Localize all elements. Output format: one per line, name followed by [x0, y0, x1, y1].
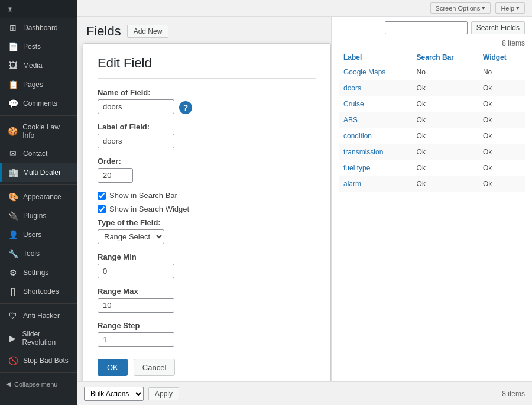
- screen-options-arrow-icon: ▾: [482, 4, 485, 12]
- search-fields-button[interactable]: Search Fields: [471, 21, 525, 34]
- show-search-bar-group: Show in Search Bar: [98, 191, 316, 200]
- help-label: Help: [501, 5, 514, 12]
- col-label[interactable]: Label: [339, 51, 412, 64]
- cancel-button[interactable]: Cancel: [134, 359, 175, 376]
- sidebar-item-posts[interactable]: 📄 Posts: [0, 37, 77, 56]
- sidebar-item-tools[interactable]: 🔧 Tools: [0, 244, 77, 263]
- collapse-icon: ◀: [6, 380, 11, 388]
- order-field-label: Order:: [98, 157, 316, 166]
- sidebar-label-dashboard: Dashboard: [23, 24, 58, 32]
- add-new-button[interactable]: Add New: [127, 25, 169, 38]
- sidebar-item-slider-revolution[interactable]: ▶ Slider Revolution: [0, 325, 77, 351]
- sidebar-label-multi-dealer: Multi Dealer: [23, 169, 61, 177]
- sidebar-item-contact[interactable]: ✉ Contact: [0, 144, 77, 163]
- help-button[interactable]: Help ▾: [495, 2, 525, 14]
- search-fields-input[interactable]: [385, 21, 468, 34]
- sidebar-item-shortcodes[interactable]: [] Shortcodes: [0, 282, 77, 301]
- sidebar-label-contact: Contact: [23, 150, 47, 158]
- table-row: transmission Ok Ok: [339, 144, 525, 160]
- col-search-bar[interactable]: Search Bar: [412, 51, 478, 64]
- sidebar-sep-1: [0, 115, 77, 116]
- sidebar-item-multi-dealer[interactable]: 🏢 Multi Dealer: [0, 163, 77, 182]
- stop-bots-icon: 🚫: [8, 356, 18, 365]
- range-min-label: Range Min: [98, 252, 316, 261]
- left-panel: Fields Add New Edit Field Name of Field:…: [77, 17, 331, 381]
- bottom-bar: Bulk Actions Apply 8 items: [77, 381, 532, 405]
- show-search-bar-checkbox[interactable]: [98, 192, 106, 200]
- settings-icon: ⚙: [8, 268, 18, 277]
- cell-label[interactable]: transmission: [339, 144, 412, 160]
- sidebar-label-settings: Settings: [23, 268, 48, 277]
- label-field-label: Label of Field:: [98, 122, 316, 131]
- modal-footer: OK Cancel: [98, 359, 316, 376]
- cell-label[interactable]: alarm: [339, 176, 412, 192]
- cell-widget: Ok: [478, 80, 525, 96]
- anti-hacker-icon: 🛡: [8, 311, 18, 320]
- sidebar-label-media: Media: [23, 61, 43, 70]
- order-field-input[interactable]: [98, 168, 133, 183]
- sidebar-item-appearance[interactable]: 🎨 Appearance: [0, 187, 77, 206]
- cell-label[interactable]: condition: [339, 128, 412, 144]
- sidebar-label-comments: Comments: [23, 99, 57, 108]
- cell-label[interactable]: fuel type: [339, 160, 412, 176]
- range-step-label: Range Step: [98, 321, 316, 330]
- help-arrow-icon: ▾: [516, 4, 520, 12]
- wp-icon: ⊞: [7, 5, 13, 13]
- appearance-icon: 🎨: [8, 192, 18, 202]
- apply-button[interactable]: Apply: [148, 387, 179, 400]
- dashboard-icon: ⊞: [8, 23, 18, 33]
- show-widget-checkbox[interactable]: [98, 205, 106, 213]
- cell-label[interactable]: ABS: [339, 112, 412, 128]
- screen-options-label: Screen Options: [436, 5, 481, 12]
- type-field-group: Type of the Field: Text Select Range Sel…: [98, 218, 316, 244]
- sidebar: ⊞ ⊞ Dashboard 📄 Posts 🖼 Media 📋 Pages 💬 …: [0, 0, 77, 405]
- sidebar-item-comments[interactable]: 💬 Comments: [0, 94, 77, 113]
- table-row: condition Ok Ok: [339, 128, 525, 144]
- range-max-input[interactable]: [98, 298, 174, 313]
- cell-label[interactable]: Cruise: [339, 96, 412, 112]
- name-field-input[interactable]: [98, 99, 174, 114]
- cell-label[interactable]: doors: [339, 80, 412, 96]
- sidebar-item-plugins[interactable]: 🔌 Plugins: [0, 206, 77, 225]
- sidebar-item-pages[interactable]: 📋 Pages: [0, 75, 77, 94]
- edit-field-modal: Edit Field Name of Field: ? Label of Fie…: [83, 43, 331, 381]
- sidebar-item-settings[interactable]: ⚙ Settings: [0, 263, 77, 282]
- comments-icon: 💬: [8, 99, 18, 108]
- cell-search-bar: Ok: [412, 128, 478, 144]
- sidebar-item-stop-bad-bots[interactable]: 🚫 Stop Bad Bots: [0, 351, 77, 370]
- sidebar-item-anti-hacker[interactable]: 🛡 Anti Hacker: [0, 306, 77, 325]
- label-field-group: Label of Field:: [98, 122, 316, 148]
- range-min-input[interactable]: [98, 264, 174, 278]
- page-title: Fields: [86, 24, 121, 39]
- slider-icon: ▶: [8, 333, 17, 343]
- range-step-input[interactable]: [98, 332, 174, 347]
- cell-widget: Ok: [478, 112, 525, 128]
- sidebar-item-cookie[interactable]: 🍪 Cookie Law Info: [0, 118, 77, 144]
- wp-logo: ⊞: [0, 0, 77, 18]
- col-widget[interactable]: Widget: [478, 51, 525, 64]
- modal-title: Edit Field: [98, 56, 316, 79]
- sidebar-item-collapse[interactable]: ◀ Collapse menu: [0, 375, 77, 393]
- sidebar-item-dashboard[interactable]: ⊞ Dashboard: [0, 18, 77, 37]
- fields-table-body: Google Maps No No doors Ok Ok Cruise Ok …: [339, 64, 525, 192]
- sidebar-label-slider: Slider Revolution: [22, 330, 71, 346]
- sidebar-item-users[interactable]: 👤 Users: [0, 225, 77, 244]
- name-row: Name of Field: ?: [98, 88, 316, 114]
- plugins-icon: 🔌: [8, 211, 18, 221]
- sidebar-label-pages: Pages: [23, 80, 43, 89]
- sidebar-label-anti-hacker: Anti Hacker: [23, 312, 60, 320]
- ok-button[interactable]: OK: [98, 359, 128, 376]
- contact-icon: ✉: [8, 149, 18, 158]
- type-field-select[interactable]: Text Select Range Select Checkbox Radio: [98, 229, 164, 244]
- screen-options-button[interactable]: Screen Options ▾: [430, 2, 491, 14]
- fields-table-head: Label Search Bar Widget: [339, 51, 525, 64]
- sidebar-item-media[interactable]: 🖼 Media: [0, 56, 77, 75]
- table-row: Google Maps No No: [339, 64, 525, 80]
- cell-widget: Ok: [478, 176, 525, 192]
- cell-label[interactable]: Google Maps: [339, 64, 412, 80]
- help-icon-button[interactable]: ?: [179, 101, 192, 114]
- table-row: fuel type Ok Ok: [339, 160, 525, 176]
- label-field-input[interactable]: [98, 134, 174, 148]
- name-label-wrap: Name of Field:: [98, 88, 174, 114]
- bulk-actions-select[interactable]: Bulk Actions: [84, 387, 144, 401]
